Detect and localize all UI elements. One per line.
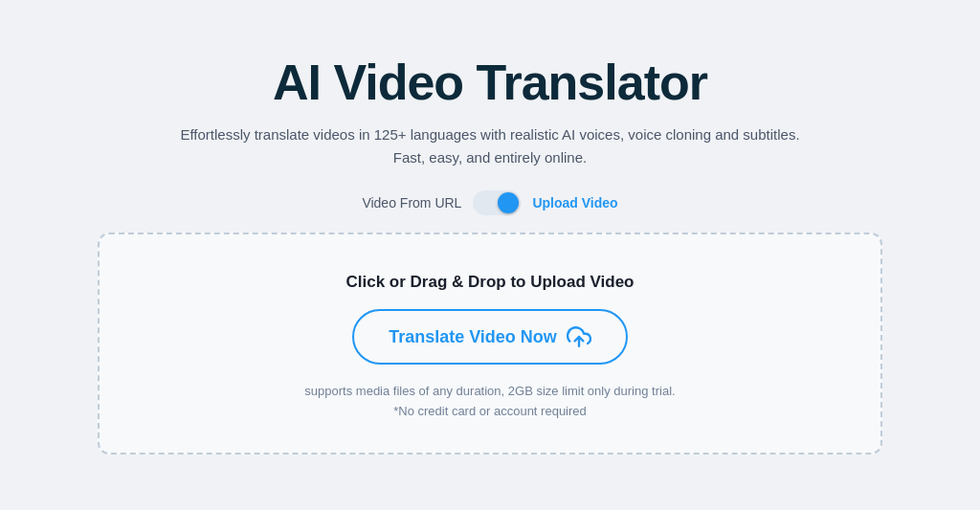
translate-button[interactable]: Translate Video Now: [352, 309, 628, 365]
url-upload-toggle[interactable]: [473, 190, 521, 215]
main-container: AI Video Translator Effortlessly transla…: [78, 36, 902, 474]
upload-note: supports media files of any duration, 2G…: [304, 382, 675, 422]
upload-note-line2: *No credit card or account required: [393, 404, 587, 418]
upload-video-link[interactable]: Upload Video: [532, 195, 617, 211]
toggle-label: Video From URL: [362, 195, 461, 211]
upload-dropzone[interactable]: Click or Drag & Drop to Upload Video Tra…: [98, 233, 882, 455]
upload-note-line1: supports media files of any duration, 2G…: [304, 384, 675, 398]
toggle-row: Video From URL Upload Video: [362, 190, 617, 215]
translate-button-label: Translate Video Now: [389, 327, 557, 347]
subtitle-line2: Fast, easy, and entirely online.: [393, 149, 587, 166]
subtitle-line1: Effortlessly translate videos in 125+ la…: [180, 126, 799, 143]
page-title: AI Video Translator: [273, 55, 707, 110]
subtitle: Effortlessly translate videos in 125+ la…: [180, 123, 799, 169]
upload-cloud-icon: [567, 324, 591, 349]
upload-instruction: Click or Drag & Drop to Upload Video: [346, 273, 635, 292]
